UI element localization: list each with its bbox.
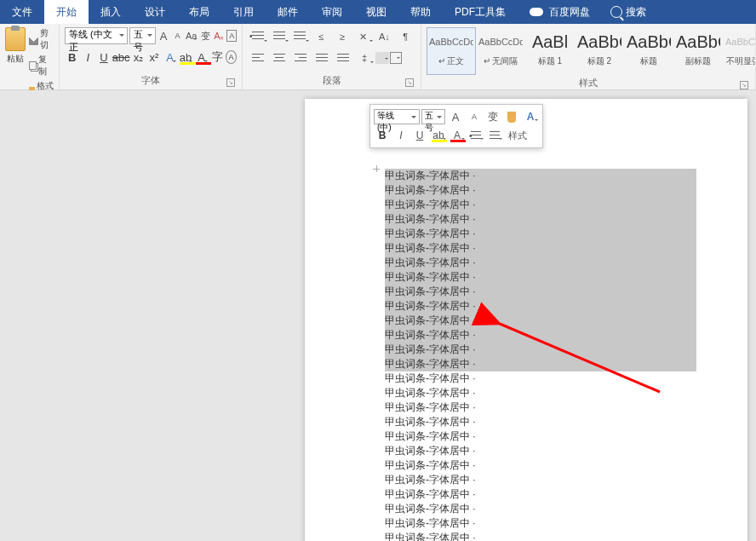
mini-font-select[interactable]: 等线 (中)	[374, 109, 420, 124]
text-line[interactable]: 甲虫词条-字体居中 ·	[385, 227, 696, 241]
distributed-button[interactable]	[333, 49, 353, 67]
shading-button[interactable]	[375, 52, 389, 64]
font-name-select[interactable]: 等线 (中文正	[65, 27, 128, 44]
mini-italic[interactable]: I	[392, 127, 410, 144]
text-line[interactable]: 甲虫词条-字体居中 ·	[385, 342, 696, 357]
cut-button[interactable]: 剪切	[29, 27, 54, 51]
text-line[interactable]: 甲虫词条-字体居中 ·	[385, 371, 696, 386]
tell-me-search[interactable]: 搜索	[602, 5, 655, 20]
style-item[interactable]: AaBbC副标题	[673, 27, 723, 75]
style-item[interactable]: AaBbCcDd不明显强调	[723, 27, 756, 75]
text-line[interactable]: 甲虫词条-字体居中 ·	[385, 400, 696, 415]
style-item[interactable]: AaBbCcDd↵ 无间隔	[476, 27, 525, 75]
text-line[interactable]: 甲虫词条-字体居中 ·	[385, 487, 696, 502]
mini-numbering[interactable]	[486, 127, 503, 144]
tab-baidu[interactable]: 百度网盘	[518, 0, 602, 24]
mini-bullets[interactable]	[467, 127, 484, 144]
superscript-button[interactable]: x²	[146, 48, 162, 66]
text-line[interactable]: 甲虫词条-字体居中 ·	[385, 473, 696, 487]
align-justify-button[interactable]	[312, 49, 332, 67]
sort-button[interactable]: A↓	[375, 27, 395, 46]
char-shading-button[interactable]: 字	[209, 48, 225, 66]
borders-button[interactable]	[390, 52, 402, 64]
style-item[interactable]: AaBbC标题 2	[575, 27, 624, 75]
tab-view[interactable]: 视图	[354, 0, 398, 24]
char-border-button[interactable]: A	[226, 30, 237, 42]
underline-button[interactable]: U	[96, 48, 112, 66]
align-left-button[interactable]	[248, 49, 268, 67]
tab-references[interactable]: 引用	[221, 0, 266, 24]
text-line[interactable]: 甲虫词条-字体居中 ·	[385, 386, 696, 400]
line-spacing-button[interactable]: ‡	[354, 49, 375, 67]
document-page[interactable]: 甲虫词条-字体居中 ·甲虫词条-字体居中 ·甲虫词条-字体居中 ·甲虫词条-字体…	[305, 99, 747, 541]
clear-formatting-button[interactable]: Aₓ	[213, 27, 225, 44]
style-gallery[interactable]: AaBbCcDd↵ 正文AaBbCcDd↵ 无间隔AaBl标题 1AaBbC标题…	[427, 27, 756, 75]
highlight-button[interactable]: ab	[178, 48, 193, 66]
paragraph-launcher[interactable]: ↘	[405, 78, 414, 87]
mini-underline[interactable]: U	[411, 127, 428, 144]
styles-launcher[interactable]: ↘	[740, 81, 748, 89]
mini-bold[interactable]: B	[374, 127, 391, 144]
tab-help[interactable]: 帮助	[398, 0, 443, 24]
style-item[interactable]: AaBl标题 1	[525, 27, 575, 75]
tab-mailings[interactable]: 邮件	[266, 0, 310, 24]
tab-home[interactable]: 开始	[44, 0, 89, 24]
mini-font-color[interactable]: A	[449, 127, 466, 144]
text-line[interactable]: 甲虫词条-字体居中 ·	[385, 256, 696, 270]
tab-layout[interactable]: 布局	[177, 0, 221, 24]
numbering-button[interactable]	[269, 27, 289, 46]
align-center-button[interactable]	[269, 49, 289, 67]
enclose-char-button[interactable]: A	[226, 50, 237, 64]
text-line[interactable]: 甲虫词条-字体居中 ·	[385, 169, 696, 183]
font-launcher[interactable]: ↘	[226, 78, 235, 87]
text-line[interactable]: 甲虫词条-字体居中 ·	[385, 314, 696, 328]
shrink-font-button[interactable]: A	[171, 27, 183, 44]
mini-text-effects[interactable]: A	[522, 108, 539, 125]
copy-button[interactable]: 复制	[29, 54, 54, 78]
bullets-button[interactable]	[248, 27, 268, 46]
text-line[interactable]: 甲虫词条-字体居中 ·	[385, 429, 696, 444]
tab-insert[interactable]: 插入	[89, 0, 133, 24]
mini-shrink-font[interactable]: A	[466, 108, 483, 125]
tab-design[interactable]: 设计	[133, 0, 177, 24]
strikethrough-button[interactable]: abc	[112, 48, 130, 66]
text-line[interactable]: 甲虫词条-字体居中 ·	[385, 415, 696, 429]
text-line[interactable]: 甲虫词条-字体居中 ·	[385, 516, 696, 531]
multilevel-list-button[interactable]	[290, 27, 311, 46]
mini-format-painter[interactable]	[503, 108, 520, 125]
mini-grow-font[interactable]: A	[447, 108, 464, 125]
page-content[interactable]: 甲虫词条-字体居中 ·甲虫词条-字体居中 ·甲虫词条-字体居中 ·甲虫词条-字体…	[305, 99, 747, 541]
tab-pdf[interactable]: PDF工具集	[443, 0, 518, 24]
change-case-button[interactable]: Aa	[186, 27, 198, 44]
mini-size-select[interactable]: 五号	[421, 109, 445, 124]
style-item[interactable]: AaBbC标题	[624, 27, 673, 75]
text-line[interactable]: 甲虫词条-字体居中 ·	[385, 198, 696, 212]
tab-review[interactable]: 审阅	[310, 0, 354, 24]
decrease-indent-button[interactable]: ≤	[311, 27, 331, 46]
text-line[interactable]: 甲虫词条-字体居中 ·	[385, 212, 696, 227]
increase-indent-button[interactable]: ≥	[332, 27, 352, 46]
text-line[interactable]: 甲虫词条-字体居中 ·	[385, 270, 696, 285]
text-line[interactable]: 甲虫词条-字体居中 ·	[385, 241, 696, 256]
mini-phonetic[interactable]: 变	[484, 108, 501, 125]
font-size-select[interactable]: 五号	[129, 27, 156, 44]
asian-layout-button[interactable]: ✕	[353, 27, 374, 46]
style-item[interactable]: AaBbCcDd↵ 正文	[427, 27, 476, 75]
text-line[interactable]: 甲虫词条-字体居中 ·	[385, 285, 696, 299]
italic-button[interactable]: I	[81, 48, 96, 66]
text-effects-button[interactable]: A	[163, 48, 178, 66]
font-color-button[interactable]: A	[194, 48, 209, 66]
text-line[interactable]: 甲虫词条-字体居中 ·	[385, 458, 696, 473]
text-line[interactable]: 甲虫词条-字体居中 ·	[385, 444, 696, 458]
align-right-button[interactable]	[290, 49, 311, 67]
text-line[interactable]: 甲虫词条-字体居中 ·	[385, 531, 696, 541]
text-line[interactable]: 甲虫词条-字体居中 ·	[385, 299, 696, 314]
show-marks-button[interactable]: ¶	[395, 27, 415, 46]
mini-highlight[interactable]: ab	[430, 127, 447, 144]
text-line[interactable]: 甲虫词条-字体居中 ·	[385, 183, 696, 198]
text-line[interactable]: 甲虫词条-字体居中 ·	[385, 502, 696, 516]
tab-file[interactable]: 文件	[0, 0, 44, 24]
grow-font-button[interactable]: A	[158, 27, 169, 44]
mini-styles[interactable]: 样式	[505, 127, 530, 144]
text-line[interactable]: 甲虫词条-字体居中 ·	[385, 328, 696, 342]
